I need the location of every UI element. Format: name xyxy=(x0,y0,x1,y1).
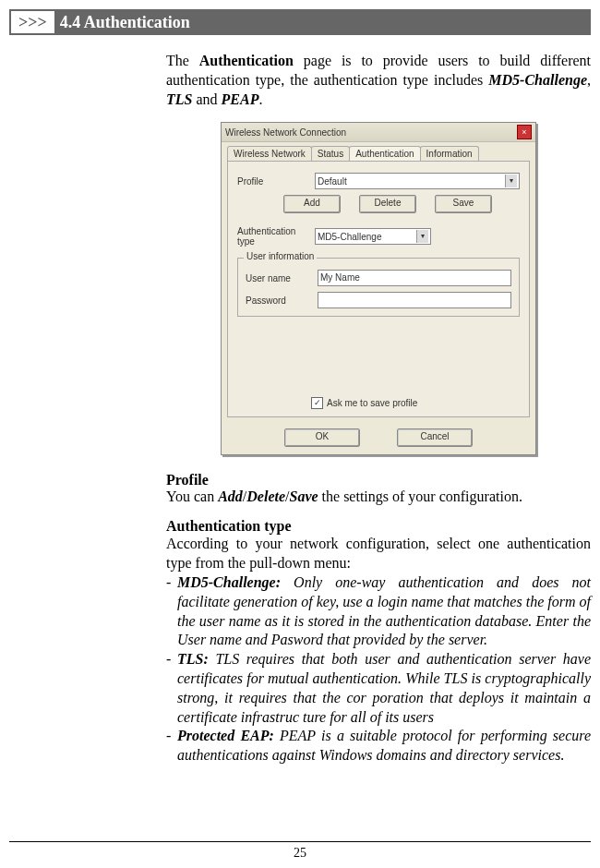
pt-delete: Delete xyxy=(246,488,285,504)
intro-tls: TLS xyxy=(166,91,192,107)
dialog-window: Wireless Network Connection × Wireless N… xyxy=(221,122,536,455)
username-label: User name xyxy=(246,273,318,283)
ask-save-checkbox[interactable]: ✓ Ask me to save profile xyxy=(311,397,520,409)
auth-type-combo[interactable]: MD5-Challenge ▾ xyxy=(315,228,431,245)
checkbox-icon: ✓ xyxy=(311,397,323,409)
b3-label: Protected EAP: xyxy=(177,728,274,743)
user-info-group: User information User name My Name Passw… xyxy=(237,258,520,317)
intro-peap: PEAP xyxy=(222,91,259,107)
intro-t3: , xyxy=(587,72,591,88)
dialog-tabs: Wireless Network Status Authentication I… xyxy=(227,146,530,161)
user-info-legend: User information xyxy=(244,251,317,261)
profile-title: Profile xyxy=(166,472,591,488)
profile-label: Profile xyxy=(237,176,315,187)
close-icon[interactable]: × xyxy=(517,125,532,139)
auth-type-section: Authentication type According to your ne… xyxy=(166,518,591,766)
dialog-titlebar: Wireless Network Connection × xyxy=(222,123,535,142)
username-input[interactable]: My Name xyxy=(318,270,511,286)
pt1: You can xyxy=(166,488,218,504)
chevron-down-icon: ▾ xyxy=(505,175,517,187)
content: The Authentication page is to provide us… xyxy=(166,52,591,766)
section-header: >>> 4.4 Authentication xyxy=(9,9,591,35)
dialog-title: Wireless Network Connection xyxy=(225,127,346,138)
section-title: 4.4 Authentication xyxy=(54,13,190,32)
intro-t5: . xyxy=(258,91,262,107)
dialog-bottom: OK Cancel xyxy=(222,423,535,454)
intro-t1: The xyxy=(166,53,199,68)
b1-label: MD5-Challenge: xyxy=(177,574,281,590)
dialog-panel: Profile Default ▾ Add Delete Save Authen… xyxy=(227,161,530,417)
auth-type-value: MD5-Challenge xyxy=(318,232,381,242)
dash-icon: - xyxy=(166,727,177,766)
password-label: Password xyxy=(246,295,318,306)
profile-combo[interactable]: Default ▾ xyxy=(315,173,520,189)
cancel-button[interactable]: Cancel xyxy=(397,428,473,447)
bullet-md5: - MD5-Challenge: Only one-way authentica… xyxy=(166,573,591,650)
ask-save-label: Ask me to save profile xyxy=(327,398,417,408)
intro-t4: and xyxy=(192,91,221,107)
delete-button[interactable]: Delete xyxy=(359,195,416,213)
auth-type-title: Authentication type xyxy=(166,518,591,535)
save-button[interactable]: Save xyxy=(435,195,492,213)
profile-text: You can Add/Delete/Save the settings of … xyxy=(166,488,591,505)
intro-bold-auth: Authentication xyxy=(199,53,294,68)
b2-text: TLS requires that both user and authenti… xyxy=(177,651,591,724)
password-input[interactable] xyxy=(318,292,511,308)
page-divider xyxy=(9,841,591,842)
intro-paragraph: The Authentication page is to provide us… xyxy=(166,52,591,109)
page-number: 25 xyxy=(0,846,600,861)
section-arrows: >>> xyxy=(11,11,54,33)
profile-section: Profile You can Add/Delete/Save the sett… xyxy=(166,472,591,505)
dash-icon: - xyxy=(166,650,177,727)
b2-label: TLS: xyxy=(177,651,209,667)
pt-add: Add xyxy=(218,488,243,504)
ok-button[interactable]: OK xyxy=(284,428,360,447)
profile-value: Default xyxy=(318,176,347,187)
auth-type-desc: According to your network configuration,… xyxy=(166,535,591,573)
tab-status[interactable]: Status xyxy=(311,146,350,161)
tab-information[interactable]: Information xyxy=(420,146,479,161)
bullet-tls: - TLS: TLS requires that both user and a… xyxy=(166,650,591,727)
pt-save: Save xyxy=(289,488,318,504)
dash-icon: - xyxy=(166,573,177,650)
chevron-down-icon: ▾ xyxy=(416,230,428,243)
intro-md5: MD5-Challenge xyxy=(488,72,587,88)
bullet-peap: - Protected EAP: PEAP is a suitable prot… xyxy=(166,727,591,766)
tab-wireless-network[interactable]: Wireless Network xyxy=(227,146,312,161)
tab-authentication[interactable]: Authentication xyxy=(349,146,420,161)
auth-type-label: Authentication type xyxy=(237,226,315,247)
pt7: the settings of your configuration. xyxy=(318,488,522,504)
add-button[interactable]: Add xyxy=(283,195,341,213)
